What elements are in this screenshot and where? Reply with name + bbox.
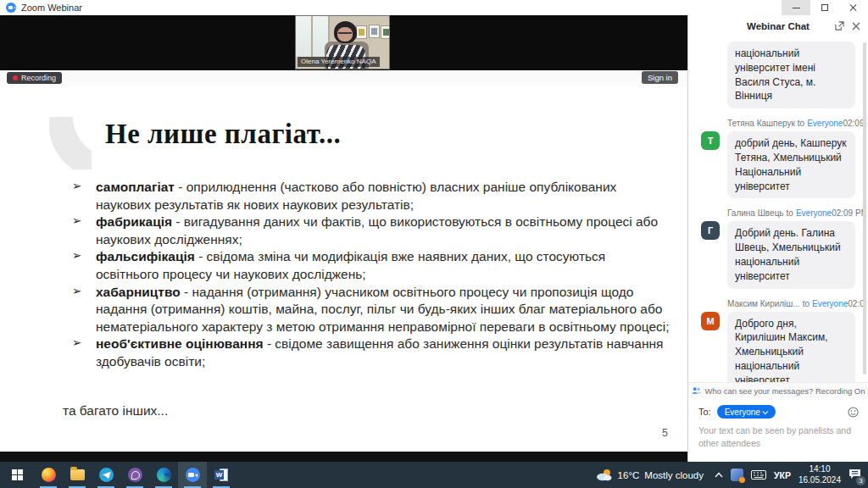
maximize-button[interactable] [810,0,839,15]
taskbar-edge[interactable] [149,462,178,488]
taskbar-firefox[interactable] [34,462,63,488]
recording-indicator[interactable]: Recording [7,72,62,84]
bullet-item: фальсифікація - свідома зміна чи модифік… [71,248,671,283]
tray-expand-button[interactable] [715,472,723,478]
to-label: to [787,208,793,218]
chat-message: Максим Кириліш... to Everyone 02:09 PM М… [701,299,855,382]
tray-keyboard[interactable] [751,470,766,480]
emoji-button[interactable] [848,407,859,418]
recording-dot-icon [13,75,18,80]
windows-taskbar: 16°C Mostly cloudy УКР 14:10 16.05.2024 … [0,462,868,488]
clock-date: 16.05.2024 [798,475,841,486]
privacy-note[interactable]: Who can see your messages? Recording On [688,382,868,398]
window-bottom-strip [0,452,687,462]
privacy-note-text: Who can see your messages? Recording On [704,386,865,396]
taskbar-telegram[interactable] [92,462,120,488]
taskbar-weather[interactable]: 16°C Mostly cloudy [593,469,707,481]
recipient-selector[interactable]: Everyone [717,405,776,419]
bullet-term: фальсифікація [96,249,195,263]
avatar: Г [701,221,720,240]
bullet-item: самоплагіат - оприлюднення (частково або… [71,179,671,214]
firefox-icon [42,468,56,482]
chevron-up-icon [715,472,723,478]
recipient-label: Everyone [796,208,832,218]
notification-center-button[interactable]: 3 [849,468,861,483]
speaker-face [337,27,353,42]
slide-title: Не лише плагіат... [105,119,341,150]
speaker-video-tile: Olena Yeremenko NAQA [295,15,390,69]
start-button[interactable] [0,462,34,488]
webinar-chat-panel: Webinar Chat національний університет ім… [687,15,868,462]
chat-input[interactable]: Your text can be seen by panelists and o… [698,424,853,449]
taskbar-zoom[interactable] [178,462,207,488]
to-label: to [798,119,804,128]
bullet-term: хабарництво [96,285,181,299]
presentation-slide: Не лише плагіат... самоплагіат - оприлюд… [0,86,687,452]
chat-title: Webinar Chat [747,21,810,31]
slide-page-number: 5 [662,427,668,439]
tray-capture-app[interactable] [731,469,743,481]
avatar: М [701,312,720,330]
bullet-item: фабрикація - вигадування даних чи фактів… [71,214,671,248]
chat-message: Галина Швець to Everyone 02:09 PM Г Добр… [701,208,855,288]
message-time: 02:09 PM [832,208,864,218]
clock-time: 14:10 [798,464,841,475]
taskbar-clock[interactable]: 14:10 16.05.2024 [798,464,841,485]
message-time: 02:09 PM [848,299,864,308]
smiley-icon [848,407,859,418]
speaker-glasses [338,32,352,34]
sender-name: Галина Швець [727,208,784,218]
edge-icon [157,468,171,482]
bullet-term: необ'єктивне оцінювання [96,336,264,351]
speaker-name-tag: Olena Yeremenko NAQA [298,57,380,67]
chat-message-partial: національний університет імені Василя Ст… [701,42,855,108]
sign-in-button[interactable]: Sign in [642,71,678,84]
recipient-label: Everyone [812,299,848,308]
telegram-icon [99,468,114,482]
viber-icon [128,468,142,482]
close-icon [849,3,858,12]
window-title: Zoom Webinar [21,3,82,13]
chevron-down-icon [762,408,768,414]
language-indicator[interactable]: УКР [774,470,791,480]
recipient-selector-value: Everyone [725,408,760,417]
minimize-button[interactable] [782,0,810,15]
chat-message-list: національний університет імені Василя Ст… [688,36,864,382]
close-chat-icon[interactable] [852,22,860,30]
chat-bubble: Доброго дня, Кирилішин Максим, Хмельниць… [727,312,855,382]
window-titlebar: Zoom Webinar [0,0,868,15]
bullet-term: фабрикація [96,214,172,229]
people-icon [692,386,701,395]
recording-label: Recording [21,74,56,82]
slide-bullet-list: самоплагіат - оприлюднення (частково або… [71,179,671,371]
chat-footer: Who can see your messages? Recording On … [688,382,868,462]
video-strip: Olena Yeremenko NAQA [0,15,687,70]
to-label: to [803,299,810,308]
file-explorer-icon [70,469,85,480]
maximize-icon [821,4,828,11]
minimize-icon [793,8,800,8]
bullet-term: самоплагіат [96,180,175,194]
chat-message: Тетяна Кашперук to Everyone 02:09 PM Т д… [701,119,855,198]
weather-condition: Mostly cloudy [644,470,704,480]
taskbar-explorer[interactable] [63,462,92,488]
sender-name: Тетяна Кашперук [727,119,795,128]
bullet-item: хабарництво - надання (отримання) учасни… [71,284,671,336]
zoom-webinar-window: Zoom Webinar Olena Yeremenko NAQA Record… [0,0,868,488]
close-button[interactable] [839,0,868,15]
weather-temp: 16°C [618,470,640,480]
windows-logo-icon [12,469,23,480]
wall-picture-decor [357,26,366,38]
taskbar-word[interactable] [207,462,236,488]
weather-icon [596,469,613,481]
pop-out-icon[interactable] [835,21,844,30]
chat-bubble: добрий день, Кашперук Тетяна, Хмельницьк… [727,131,855,198]
avatar: Т [701,131,720,150]
message-time: 02:09 PM [843,119,864,128]
zoom-icon [186,468,200,482]
bullet-item: необ'єктивне оцінювання - свідоме завище… [71,336,671,370]
recipient-label: Everyone [807,119,843,128]
taskbar-viber[interactable] [120,462,149,488]
keyboard-icon [751,470,766,480]
chat-scrollbar[interactable] [863,42,866,374]
